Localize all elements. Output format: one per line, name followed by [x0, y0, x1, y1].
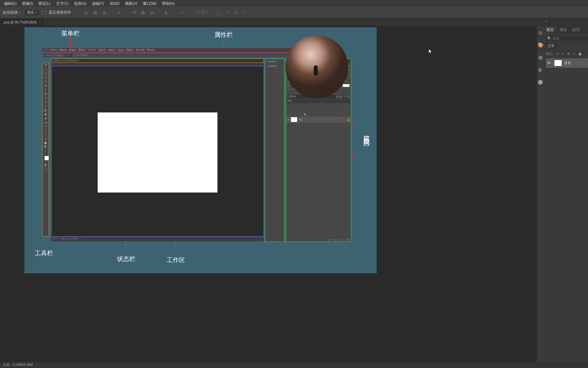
right-panel-group: ⧉ 🎨 ▦ ◐ ⬤ 图层 通道 路径 🔍 ▬ ◐ 正常 不透	[537, 26, 588, 362]
inner-work-area	[51, 66, 264, 236]
annotation-status: 状态栏	[117, 255, 135, 263]
tab-channels[interactable]: 通道	[557, 26, 570, 34]
canvas-area[interactable]: 菜单栏 属性栏 文件标签栏 工具栏 状态栏 工作区 扩展窗口区 窗口泊坞区 文件…	[0, 26, 537, 362]
brush-tool-icon: ✐	[44, 96, 47, 100]
status-chevron-icon[interactable]: ›	[35, 363, 36, 367]
distribute-h-icon[interactable]: ⫴	[115, 10, 121, 16]
3d-roll-icon: ↻	[224, 10, 230, 16]
quickmask-icon: ▣	[44, 163, 47, 167]
close-tab-icon[interactable]: ×	[39, 20, 41, 24]
more-tools-icon: ⋯	[44, 150, 47, 153]
options-bar: 自动选择： 图层▾ 显示变换控件 ⊏ ⊟ ⊐ ⫴ ⊓ ⊟ ⊔ ⫼ ⋯ 3D 模式…	[0, 7, 588, 18]
menu-filter[interactable]: 滤镜(T)	[89, 1, 107, 6]
visibility-eye-icon[interactable]: 👁	[547, 61, 552, 65]
menu-edit[interactable]: 编辑(E)	[1, 1, 19, 6]
inner-app-logo	[44, 48, 47, 52]
show-transform-checkbox[interactable]	[43, 11, 46, 14]
align-center-v-icon[interactable]: ⊟	[140, 10, 146, 16]
search-icon: 🔍	[547, 36, 551, 40]
path-tool-icon: ↗	[44, 133, 47, 137]
tab-layers[interactable]: 图层	[544, 26, 557, 34]
inner-ruler	[51, 63, 264, 66]
history-panel-icon[interactable]: ⧉	[537, 29, 544, 36]
annotation-work-area: 工作区	[167, 256, 185, 264]
menu-help[interactable]: 帮助(H)	[159, 1, 177, 6]
blend-mode-select[interactable]: 正常	[546, 43, 557, 49]
align-left-icon[interactable]: ⊏	[83, 10, 89, 16]
inner-extension-dock: ¶段落样式 A字符样式	[265, 59, 284, 242]
document-tab-title: .png @ 88.7%(RGB/8)	[3, 20, 37, 24]
menu-view[interactable]: 视图(V)	[122, 1, 140, 6]
arrow-icon	[70, 37, 71, 47]
blur-tool-icon: ◉	[44, 117, 47, 120]
lock-position-icon[interactable]: ✥	[567, 52, 571, 56]
inner-tool-bar: ✥ ▭ ◯ ✦ ⊡ ⊠ ✎ ◐ ✐ ▲ ↻ ◧ ▦ ◉ ◑ ✒ T ↗ ▭ ✋	[42, 63, 49, 236]
3d-pan-icon: ✥	[233, 10, 239, 16]
menu-3d[interactable]: 3D(D)	[107, 1, 122, 5]
more-options-icon[interactable]: ⋯	[179, 10, 185, 16]
type-tool-icon: T	[44, 129, 47, 133]
layer-filter-row: 🔍 ▬ ◐	[546, 36, 588, 41]
marquee-tool-icon: ▭	[44, 68, 47, 71]
inner-file-tab: 未标题-1 @ 100%(RGB/8) ×	[51, 59, 264, 63]
menu-image[interactable]: 图像(I)	[19, 1, 36, 6]
layer-thumbnail[interactable]	[554, 60, 562, 66]
layers-panel: 图层 通道 路径 🔍 ▬ ◐ 正常 不透 锁定： ⊡ ✎	[544, 26, 588, 362]
status-doc-info[interactable]: 文档：4.16M/4.16M	[3, 363, 33, 367]
align-center-h-icon[interactable]: ⊟	[92, 10, 98, 16]
color-panel-icon[interactable]: 🎨	[537, 42, 544, 48]
mode-3d-label: 3D 模式：	[196, 10, 213, 15]
main-area: 菜单栏 属性栏 文件标签栏 工具栏 状态栏 工作区 扩展窗口区 窗口泊坞区 文件…	[0, 26, 588, 362]
zoom-tool-icon: 🔍	[44, 145, 47, 149]
auto-select-label: 自动选择：	[3, 10, 21, 15]
inner-canvas	[98, 112, 217, 193]
distribute-v-icon[interactable]: ⫼	[163, 10, 169, 16]
document-tab[interactable]: .png @ 88.7%(RGB/8) ×	[0, 19, 44, 26]
3d-zoom-icon: ▪	[251, 10, 257, 16]
crop-tool-icon: ⊡	[44, 80, 47, 83]
menu-select[interactable]: 选择(S)	[71, 1, 89, 6]
layer-filter-input[interactable]	[553, 36, 588, 40]
webcam-overlay	[285, 35, 348, 98]
3d-orbit-icon: ◯	[215, 10, 222, 16]
menu-window[interactable]: 窗口(W)	[140, 1, 159, 6]
lock-all-icon[interactable]: ⊡	[556, 52, 560, 56]
status-bar: 文档：4.16M/4.16M ›	[0, 362, 588, 368]
auto-select-dropdown[interactable]: 图层▾	[24, 9, 40, 16]
layer-row[interactable]: 👁 背景	[546, 58, 588, 68]
document-tab-bar: .png @ 88.7%(RGB/8) ×	[0, 18, 588, 26]
show-transform-label: 显示变换控件	[49, 10, 71, 15]
menu-bar: 编辑(E) 图像(I) 图层(L) 文字(Y) 选择(S) 滤镜(T) 3D(D…	[0, 0, 588, 7]
properties-panel-icon[interactable]: ⬤	[537, 78, 544, 85]
shape-tool-icon: ▭	[44, 137, 47, 141]
lock-icon[interactable]: 🔒	[578, 52, 582, 56]
heal-tool-icon: ◐	[44, 92, 47, 96]
annotation-dock-area: 窗口泊坞区	[362, 130, 371, 137]
wand-tool-icon: ✦	[44, 76, 47, 79]
inner-status-bar: 100% 文档:702.0K/0 字节 ›	[51, 237, 264, 241]
annotation-menu-bar: 菜单栏	[61, 29, 80, 37]
layer-name-label[interactable]: 背景	[564, 61, 571, 65]
adjustments-panel-icon[interactable]: ◐	[537, 66, 544, 73]
menu-layer[interactable]: 图层(L)	[36, 1, 53, 6]
panel-tabs: 图层 通道 路径	[544, 26, 588, 34]
lock-artboard-icon[interactable]: ⤧	[573, 52, 577, 56]
tab-paths[interactable]: 路径	[570, 26, 583, 34]
frame-tool-icon: ⊠	[44, 84, 47, 88]
gradient-tool-icon: ▦	[44, 113, 47, 116]
eraser-tool-icon: ◧	[44, 109, 47, 112]
annotation-options-bar: 属性栏	[214, 31, 233, 39]
history-brush-icon: ↻	[44, 105, 47, 108]
align-top-icon[interactable]: ⊓	[131, 10, 137, 16]
lock-pixels-icon[interactable]: ✎	[562, 52, 566, 56]
menu-type[interactable]: 文字(Y)	[53, 1, 71, 6]
move-tool-icon: ✥	[44, 64, 47, 67]
annotation-tools: 工具栏	[35, 249, 53, 257]
swatches-panel-icon[interactable]: ▦	[537, 54, 544, 61]
align-right-icon[interactable]: ⊐	[101, 10, 107, 16]
color-swatch-icon	[44, 155, 48, 159]
collapse-panels-icon[interactable]: «	[545, 19, 547, 23]
hand-tool-icon: ✋	[44, 141, 47, 145]
align-bottom-icon[interactable]: ⊔	[149, 10, 155, 16]
lasso-tool-icon: ◯	[44, 72, 47, 75]
